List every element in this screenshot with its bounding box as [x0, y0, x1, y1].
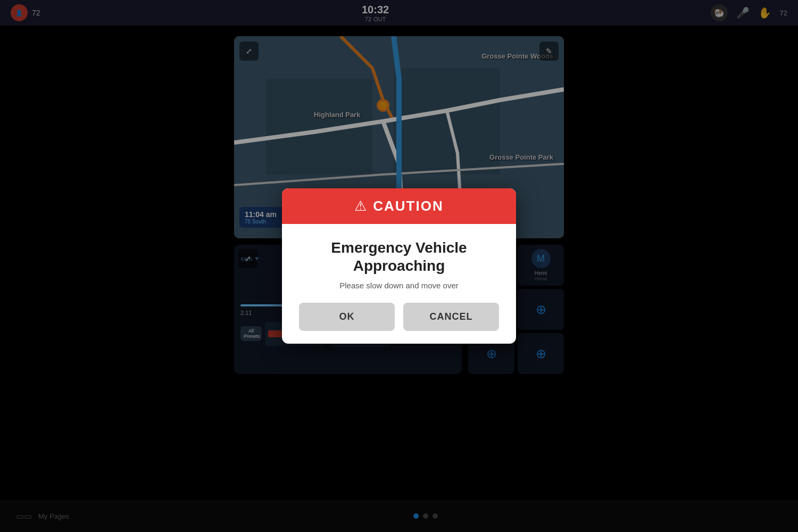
warning-icon: ⚠: [354, 198, 367, 214]
ok-button[interactable]: OK: [299, 303, 395, 331]
modal-buttons: OK CANCEL: [299, 303, 499, 331]
cancel-button[interactable]: CANCEL: [403, 303, 499, 331]
modal-subtitle: Please slow down and move over: [299, 281, 499, 290]
modal-header-text: CAUTION: [373, 198, 443, 214]
modal-body: Emergency VehicleApproaching Please slow…: [282, 224, 516, 344]
caution-modal: ⚠ CAUTION Emergency VehicleApproaching P…: [282, 188, 516, 344]
modal-header: ⚠ CAUTION: [282, 188, 516, 224]
modal-overlay: ⚠ CAUTION Emergency VehicleApproaching P…: [0, 0, 798, 532]
modal-title: Emergency VehicleApproaching: [299, 239, 499, 275]
